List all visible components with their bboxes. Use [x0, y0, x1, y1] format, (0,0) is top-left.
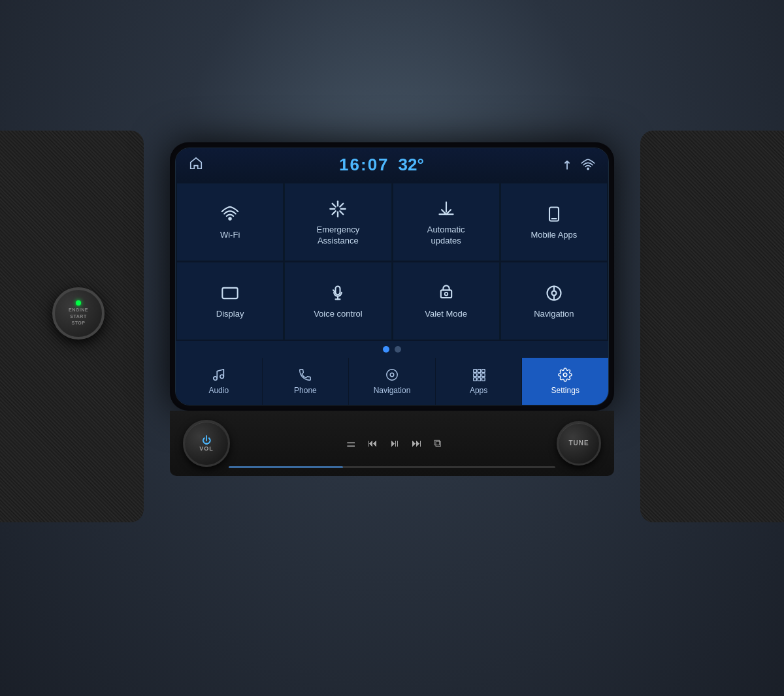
page-dot-1[interactable] — [383, 346, 389, 353]
engine-start-label: START — [70, 313, 86, 320]
display-icon — [221, 284, 239, 302]
emergency-label: EmergencyAssistance — [317, 225, 360, 247]
voice-icon — [329, 284, 347, 302]
next-button[interactable]: ⏭ — [412, 437, 422, 449]
bottom-navigation: Audio Phone Navigation — [176, 358, 608, 405]
phone-nav-label: Phone — [294, 386, 317, 395]
svg-point-38 — [563, 373, 567, 377]
time-temp-display: 16:07 32° — [339, 155, 424, 175]
emergency-icon — [329, 200, 347, 218]
display-label: Display — [216, 309, 244, 320]
tune-knob[interactable]: TUNE — [557, 421, 601, 466]
status-icons — [560, 158, 595, 172]
svg-line-9 — [333, 203, 336, 206]
status-bar: 16:07 32° — [176, 148, 608, 182]
home-icon[interactable] — [189, 156, 203, 174]
svg-rect-19 — [440, 290, 451, 298]
display-button[interactable]: Display — [176, 262, 284, 340]
tune-label: TUNE — [568, 439, 589, 447]
media-controls: ⚌ ⏮ ⏯ ⏭ ⧉ — [346, 437, 441, 449]
page-dot-2[interactable] — [395, 346, 401, 353]
audio-icon — [212, 368, 226, 382]
valet-mode-label: Valet Mode — [425, 309, 467, 320]
progress-bar — [229, 466, 555, 468]
svg-rect-29 — [473, 369, 476, 372]
wifi-label: Wi-Fi — [220, 230, 240, 241]
signal-icon — [560, 158, 574, 172]
navigation-grid-label: Navigation — [534, 309, 574, 320]
apps-nav-button[interactable]: Apps — [436, 358, 522, 405]
eq-button[interactable]: ⚌ — [346, 437, 355, 449]
infotainment-screen: 16:07 32° — [170, 142, 614, 411]
svg-rect-32 — [473, 373, 476, 377]
svg-line-12 — [333, 211, 336, 214]
svg-rect-15 — [222, 288, 237, 298]
wifi-icon — [221, 205, 239, 223]
valet-mode-button[interactable]: Valet Mode — [393, 262, 500, 340]
screen-toggle-button[interactable]: ⧉ — [434, 437, 441, 449]
prev-button[interactable]: ⏮ — [367, 437, 378, 449]
apps-icon — [472, 368, 486, 382]
svg-rect-34 — [482, 373, 485, 377]
svg-point-3 — [587, 168, 589, 169]
vol-label: VOL — [199, 445, 214, 452]
svg-rect-31 — [482, 369, 485, 372]
clock-display: 16:07 — [339, 155, 389, 175]
svg-rect-30 — [478, 369, 481, 372]
automatic-updates-button[interactable]: Automaticupdates — [393, 183, 500, 261]
svg-line-18 — [333, 290, 335, 291]
engine-start-button[interactable]: ENGINE START STOP — [52, 287, 105, 340]
settings-nav-label: Settings — [551, 386, 580, 395]
svg-rect-37 — [482, 377, 485, 381]
main-menu-grid: Wi-Fi EmergencyAssistance — [176, 182, 608, 341]
settings-icon — [558, 368, 572, 382]
svg-rect-36 — [478, 377, 481, 381]
svg-point-28 — [390, 373, 394, 377]
download-icon — [437, 200, 455, 218]
physical-controls: ⏻ VOL ⚌ ⏮ ⏯ ⏭ ⧉ TUNE — [170, 411, 614, 476]
svg-point-27 — [387, 369, 398, 380]
apps-nav-label: Apps — [470, 386, 487, 395]
settings-nav-button[interactable]: Settings — [522, 358, 608, 405]
svg-point-20 — [444, 293, 448, 296]
svg-rect-33 — [478, 373, 481, 377]
svg-point-25 — [214, 376, 218, 380]
page-indicator — [176, 341, 608, 358]
temperature-display: 32° — [399, 155, 424, 175]
play-pause-button[interactable]: ⏯ — [389, 437, 400, 449]
svg-rect-35 — [473, 377, 476, 381]
navigation-nav-label: Navigation — [374, 386, 411, 395]
navigation-grid-icon — [545, 284, 563, 302]
svg-line-10 — [340, 211, 344, 214]
mobile-apps-icon — [545, 205, 563, 223]
emergency-assistance-button[interactable]: EmergencyAssistance — [284, 183, 391, 261]
voice-control-label: Voice control — [314, 309, 362, 320]
svg-point-4 — [229, 217, 231, 220]
voice-control-button[interactable]: Voice control — [284, 262, 391, 340]
navigation-icon — [385, 368, 399, 382]
wifi-button[interactable]: Wi-Fi — [176, 183, 284, 261]
navigation-nav-button[interactable]: Navigation — [349, 358, 435, 405]
volume-knob[interactable]: ⏻ VOL — [183, 420, 230, 467]
audio-nav-button[interactable]: Audio — [176, 358, 262, 405]
mobile-apps-label: Mobile Apps — [531, 230, 577, 241]
navigation-grid-button[interactable]: Navigation — [500, 262, 608, 340]
engine-stop-label: STOP — [72, 320, 86, 326]
phone-nav-button[interactable]: Phone — [263, 358, 349, 405]
engine-label: ENGINE — [69, 307, 88, 313]
valet-icon — [437, 284, 455, 302]
phone-icon — [298, 368, 312, 382]
updates-label: Automaticupdates — [427, 225, 465, 247]
wifi-status-icon — [581, 158, 595, 172]
audio-nav-label: Audio — [208, 386, 229, 395]
mobile-apps-button[interactable]: Mobile Apps — [500, 183, 608, 261]
svg-line-11 — [340, 203, 344, 206]
